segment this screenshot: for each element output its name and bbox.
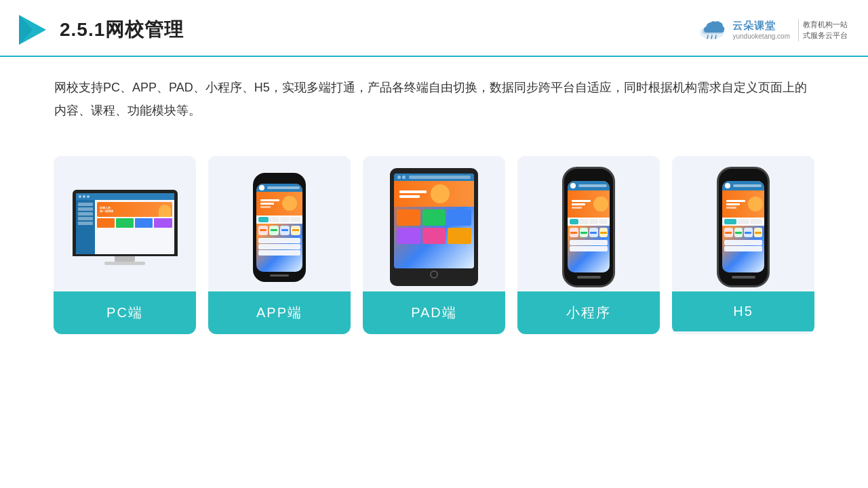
brand-cloud-icon: [697, 18, 727, 42]
card-pc: 职通人的第一堂网课: [54, 156, 196, 334]
phone-app-mockup: [253, 173, 306, 282]
brand-slogan: 教育机构一站 式服务云平台: [798, 19, 848, 41]
header-left: 2.5.1网校管理: [14, 12, 184, 47]
play-logo-icon: [14, 12, 49, 47]
pc-mockup: 职通人的第一堂网课: [73, 190, 178, 265]
page-title: 2.5.1网校管理: [60, 17, 184, 43]
card-h5-image: [672, 156, 814, 291]
card-h5-label: H5: [672, 291, 814, 331]
svg-line-3: [707, 35, 708, 39]
cards-container: 职通人的第一堂网课: [0, 136, 868, 334]
card-h5: H5: [672, 156, 814, 334]
card-pc-image: 职通人的第一堂网课: [54, 156, 196, 291]
card-miniprogram-label: 小程序: [517, 291, 660, 334]
card-pad: PAD端: [363, 156, 505, 334]
brand-text: 云朵课堂 yunduoketang.com: [732, 20, 790, 40]
phone-mini-mockup: [562, 167, 615, 287]
header: 2.5.1网校管理 云朵课堂 yunduoketang.com 教育机构一站 式…: [0, 0, 868, 57]
card-miniprogram-image: [517, 156, 660, 291]
card-pc-label: PC端: [54, 291, 196, 334]
brand-name: 云朵课堂: [732, 20, 776, 33]
svg-line-4: [711, 35, 712, 39]
header-right: 云朵课堂 yunduoketang.com 教育机构一站 式服务云平台: [697, 18, 848, 42]
card-pad-label: PAD端: [363, 291, 505, 334]
brand-url: yunduoketang.com: [732, 33, 790, 40]
card-app: APP端: [208, 156, 351, 334]
card-miniprogram: 小程序: [517, 156, 660, 334]
card-pad-image: [363, 156, 505, 291]
svg-line-5: [715, 35, 716, 39]
card-app-label: APP端: [208, 291, 351, 334]
tablet-mockup: [390, 168, 478, 286]
description-text: 网校支持PC、APP、PAD、小程序、H5，实现多端打通，产品各终端自由切换，数…: [0, 57, 868, 129]
card-app-image: [208, 156, 351, 291]
phone-h5-mockup: [717, 167, 770, 287]
